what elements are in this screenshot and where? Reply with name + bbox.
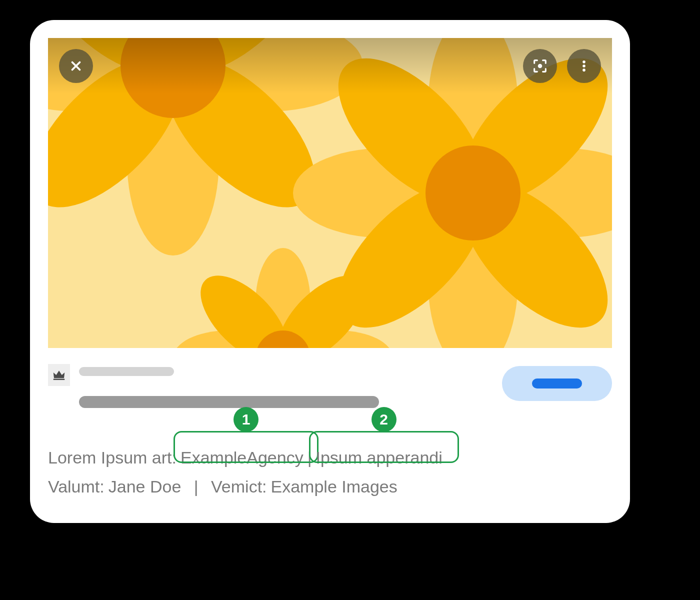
separator: | bbox=[308, 443, 312, 472]
credits-line-1: Lorem Ipsum art: ExampleAgency 1 | Ipsum… bbox=[48, 443, 612, 472]
credit-agency: ExampleAgency bbox=[180, 448, 304, 467]
creator-value: Jane Doe bbox=[108, 472, 182, 501]
creditline-label: Vemict: bbox=[211, 472, 266, 501]
licensable-badge bbox=[48, 364, 70, 386]
separator: | bbox=[194, 472, 198, 501]
credit-label: Lorem Ipsum art: bbox=[48, 443, 176, 472]
lens-button[interactable] bbox=[523, 49, 557, 83]
close-button[interactable] bbox=[59, 49, 93, 83]
image-credits: Lorem Ipsum art: ExampleAgency 1 | Ipsum… bbox=[48, 443, 612, 501]
svg-point-29 bbox=[582, 64, 586, 68]
crown-icon bbox=[52, 368, 66, 382]
action-pill-button[interactable] bbox=[502, 366, 612, 401]
creator-label: Valumt: bbox=[48, 472, 104, 501]
lens-icon bbox=[532, 58, 548, 74]
svg-point-27 bbox=[538, 64, 542, 68]
more-icon bbox=[577, 59, 591, 73]
svg-point-28 bbox=[582, 60, 586, 64]
meta-row bbox=[48, 364, 612, 408]
hero-image bbox=[48, 38, 612, 348]
close-icon bbox=[68, 58, 84, 74]
svg-point-30 bbox=[582, 68, 586, 72]
credit-copyright: Ipsum apperandi bbox=[316, 448, 442, 467]
callout-badge-2: 2 bbox=[372, 407, 396, 432]
callout-badge-1: 1 bbox=[234, 407, 258, 432]
image-viewer-card: Lorem Ipsum art: ExampleAgency 1 | Ipsum… bbox=[30, 20, 630, 523]
more-button[interactable] bbox=[567, 49, 601, 83]
credits-line-2: Valumt: Jane Doe | Vemict: Example Image… bbox=[48, 472, 612, 501]
title-placeholder bbox=[79, 396, 379, 408]
creditline-value: Example Images bbox=[271, 472, 398, 501]
source-placeholder bbox=[79, 367, 174, 376]
action-pill-label-placeholder bbox=[532, 378, 582, 388]
